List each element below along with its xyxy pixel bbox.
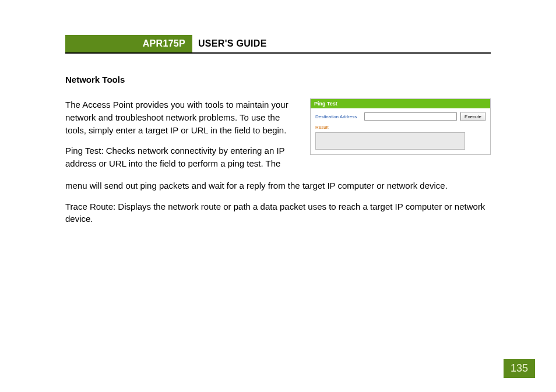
content-row: The Access Point provides you with tools… [65,98,491,178]
page-content: APR175P USER'S GUIDE Network Tools The A… [65,35,491,234]
header-bar: APR175P USER'S GUIDE [65,35,491,54]
trace-paragraph: Trace Route: Displays the network route … [65,200,491,226]
ping-paragraph-part1: Ping Test: Checks network connectivity b… [65,144,301,170]
text-column: The Access Point provides you with tools… [65,98,301,178]
destination-input[interactable] [364,112,457,121]
ping-test-panel: Ping Test Destination Address Execute Re… [310,98,491,155]
destination-label: Destination Address [315,114,361,119]
header-model: APR175P [65,35,192,52]
panel-title: Ping Test [311,99,490,108]
ping-paragraph-part2: menu will send out ping packets and wait… [65,179,491,192]
intro-paragraph: The Access Point provides you with tools… [65,98,301,136]
result-box [315,132,465,150]
panel-body: Destination Address Execute Result [311,108,490,154]
destination-row: Destination Address Execute [315,112,485,121]
page-number: 135 [504,359,535,378]
section-title: Network Tools [65,75,491,84]
result-label: Result [315,125,485,130]
header-title: USER'S GUIDE [192,35,267,52]
execute-button[interactable]: Execute [460,112,485,121]
